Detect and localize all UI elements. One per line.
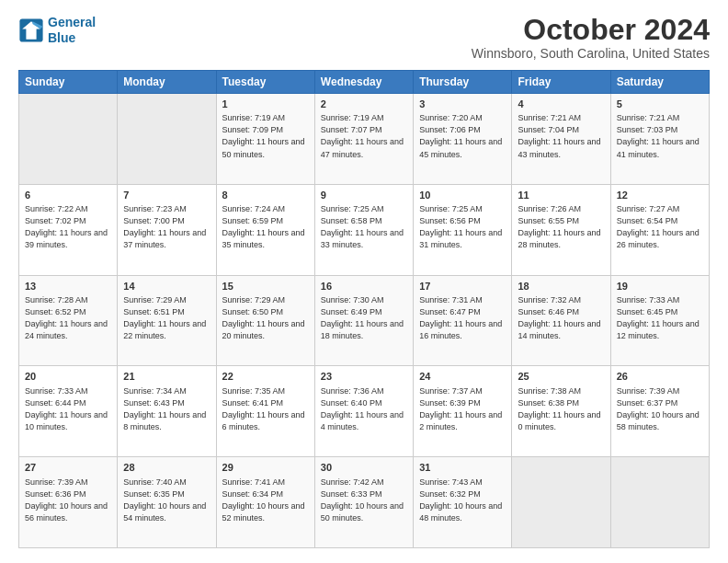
day-number: 3: [419, 98, 506, 111]
day-info: Sunrise: 7:28 AMSunset: 6:52 PMDaylight:…: [25, 294, 111, 342]
calendar-cell: 19Sunrise: 7:33 AMSunset: 6:45 PMDayligh…: [610, 275, 709, 366]
calendar-table: Sunday Monday Tuesday Wednesday Thursday…: [18, 70, 710, 548]
day-number: 4: [518, 98, 604, 111]
day-info: Sunrise: 7:40 AMSunset: 6:35 PMDaylight:…: [123, 477, 210, 524]
day-number: 16: [321, 280, 407, 293]
calendar-cell: [19, 94, 118, 185]
day-info: Sunrise: 7:31 AMSunset: 6:47 PMDaylight:…: [419, 294, 506, 342]
day-info: Sunrise: 7:19 AMSunset: 7:09 PMDaylight:…: [222, 112, 309, 160]
day-number: 22: [222, 370, 309, 384]
calendar-cell: 30Sunrise: 7:42 AMSunset: 6:33 PMDayligh…: [314, 457, 413, 548]
logo: General Blue: [18, 15, 96, 46]
calendar-cell: 18Sunrise: 7:32 AMSunset: 6:46 PMDayligh…: [512, 275, 610, 366]
calendar-cell: 3Sunrise: 7:20 AMSunset: 7:06 PMDaylight…: [414, 94, 512, 185]
calendar-week-1: 1Sunrise: 7:19 AMSunset: 7:09 PMDaylight…: [19, 94, 710, 185]
day-info: Sunrise: 7:25 AMSunset: 6:58 PMDaylight:…: [321, 203, 407, 251]
calendar-cell: 4Sunrise: 7:21 AMSunset: 7:04 PMDaylight…: [512, 94, 610, 185]
day-info: Sunrise: 7:30 AMSunset: 6:49 PMDaylight:…: [321, 294, 407, 342]
logo-icon: [18, 17, 44, 43]
calendar-cell: 14Sunrise: 7:29 AMSunset: 6:51 PMDayligh…: [118, 275, 216, 366]
day-info: Sunrise: 7:19 AMSunset: 7:07 PMDaylight:…: [321, 112, 407, 160]
calendar-cell: [610, 457, 709, 548]
header: General Blue October 2024 Winnsboro, Sou…: [18, 15, 710, 61]
day-number: 14: [123, 280, 210, 293]
day-number: 31: [419, 461, 506, 475]
col-sunday: Sunday: [19, 71, 118, 94]
page: General Blue October 2024 Winnsboro, Sou…: [0, 0, 728, 563]
day-number: 10: [419, 189, 506, 202]
day-info: Sunrise: 7:33 AMSunset: 6:44 PMDaylight:…: [25, 385, 111, 433]
day-info: Sunrise: 7:32 AMSunset: 6:46 PMDaylight:…: [518, 294, 604, 342]
day-info: Sunrise: 7:33 AMSunset: 6:45 PMDaylight:…: [617, 294, 703, 342]
calendar-cell: 2Sunrise: 7:19 AMSunset: 7:07 PMDaylight…: [314, 94, 413, 185]
calendar-cell: 1Sunrise: 7:19 AMSunset: 7:09 PMDaylight…: [216, 94, 314, 185]
day-info: Sunrise: 7:34 AMSunset: 6:43 PMDaylight:…: [123, 385, 210, 433]
col-friday: Friday: [512, 71, 610, 94]
calendar-cell: 10Sunrise: 7:25 AMSunset: 6:56 PMDayligh…: [414, 184, 512, 275]
calendar-week-2: 6Sunrise: 7:22 AMSunset: 7:02 PMDaylight…: [19, 184, 710, 275]
calendar-cell: 26Sunrise: 7:39 AMSunset: 6:37 PMDayligh…: [610, 366, 709, 457]
col-saturday: Saturday: [610, 71, 709, 94]
day-number: 19: [617, 280, 703, 293]
day-info: Sunrise: 7:29 AMSunset: 6:50 PMDaylight:…: [222, 294, 309, 342]
calendar-cell: 13Sunrise: 7:28 AMSunset: 6:52 PMDayligh…: [19, 275, 118, 366]
day-number: 23: [321, 370, 407, 384]
day-info: Sunrise: 7:36 AMSunset: 6:40 PMDaylight:…: [321, 385, 407, 433]
day-number: 17: [419, 280, 506, 293]
day-number: 12: [617, 189, 703, 202]
day-info: Sunrise: 7:22 AMSunset: 7:02 PMDaylight:…: [25, 203, 111, 251]
day-info: Sunrise: 7:41 AMSunset: 6:34 PMDaylight:…: [222, 477, 309, 524]
day-info: Sunrise: 7:39 AMSunset: 6:37 PMDaylight:…: [617, 385, 703, 433]
day-number: 21: [123, 370, 210, 384]
day-info: Sunrise: 7:43 AMSunset: 6:32 PMDaylight:…: [419, 477, 506, 524]
calendar-cell: [512, 457, 610, 548]
calendar-cell: 8Sunrise: 7:24 AMSunset: 6:59 PMDaylight…: [216, 184, 314, 275]
day-info: Sunrise: 7:23 AMSunset: 7:00 PMDaylight:…: [123, 203, 210, 251]
calendar-cell: 24Sunrise: 7:37 AMSunset: 6:39 PMDayligh…: [414, 366, 512, 457]
day-info: Sunrise: 7:21 AMSunset: 7:03 PMDaylight:…: [617, 112, 703, 160]
day-info: Sunrise: 7:21 AMSunset: 7:04 PMDaylight:…: [518, 112, 604, 160]
calendar-cell: 11Sunrise: 7:26 AMSunset: 6:55 PMDayligh…: [512, 184, 610, 275]
calendar-cell: 6Sunrise: 7:22 AMSunset: 7:02 PMDaylight…: [19, 184, 118, 275]
header-row: Sunday Monday Tuesday Wednesday Thursday…: [19, 71, 710, 94]
day-number: 7: [123, 189, 210, 202]
calendar-cell: 31Sunrise: 7:43 AMSunset: 6:32 PMDayligh…: [414, 457, 512, 548]
day-number: 1: [222, 98, 309, 111]
day-info: Sunrise: 7:39 AMSunset: 6:36 PMDaylight:…: [25, 477, 111, 524]
main-title: October 2024: [472, 15, 710, 44]
calendar-cell: 20Sunrise: 7:33 AMSunset: 6:44 PMDayligh…: [19, 366, 118, 457]
calendar-cell: 15Sunrise: 7:29 AMSunset: 6:50 PMDayligh…: [216, 275, 314, 366]
calendar-cell: 25Sunrise: 7:38 AMSunset: 6:38 PMDayligh…: [512, 366, 610, 457]
calendar-cell: 21Sunrise: 7:34 AMSunset: 6:43 PMDayligh…: [118, 366, 216, 457]
calendar-cell: 17Sunrise: 7:31 AMSunset: 6:47 PMDayligh…: [414, 275, 512, 366]
calendar-cell: 22Sunrise: 7:35 AMSunset: 6:41 PMDayligh…: [216, 366, 314, 457]
subtitle: Winnsboro, South Carolina, United States: [472, 46, 710, 61]
day-number: 18: [518, 280, 604, 293]
day-info: Sunrise: 7:38 AMSunset: 6:38 PMDaylight:…: [518, 385, 604, 433]
day-number: 15: [222, 280, 309, 293]
day-info: Sunrise: 7:24 AMSunset: 6:59 PMDaylight:…: [222, 203, 309, 251]
day-number: 26: [617, 370, 703, 384]
day-number: 9: [321, 189, 407, 202]
day-number: 27: [25, 461, 111, 475]
calendar-cell: 7Sunrise: 7:23 AMSunset: 7:00 PMDaylight…: [118, 184, 216, 275]
day-info: Sunrise: 7:42 AMSunset: 6:33 PMDaylight:…: [321, 477, 407, 524]
logo-line1: General: [48, 15, 96, 29]
day-number: 5: [617, 98, 703, 111]
calendar-cell: 23Sunrise: 7:36 AMSunset: 6:40 PMDayligh…: [314, 366, 413, 457]
day-number: 29: [222, 461, 309, 475]
calendar-cell: 5Sunrise: 7:21 AMSunset: 7:03 PMDaylight…: [610, 94, 709, 185]
day-number: 24: [419, 370, 506, 384]
col-thursday: Thursday: [414, 71, 512, 94]
calendar-cell: [118, 94, 216, 185]
day-number: 28: [123, 461, 210, 475]
calendar-cell: 27Sunrise: 7:39 AMSunset: 6:36 PMDayligh…: [19, 457, 118, 548]
day-number: 30: [321, 461, 407, 475]
day-number: 2: [321, 98, 407, 111]
title-block: October 2024 Winnsboro, South Carolina, …: [472, 15, 710, 61]
calendar-cell: 9Sunrise: 7:25 AMSunset: 6:58 PMDaylight…: [314, 184, 413, 275]
day-number: 11: [518, 189, 604, 202]
day-number: 6: [25, 189, 111, 202]
calendar-cell: 28Sunrise: 7:40 AMSunset: 6:35 PMDayligh…: [118, 457, 216, 548]
day-number: 25: [518, 370, 604, 384]
